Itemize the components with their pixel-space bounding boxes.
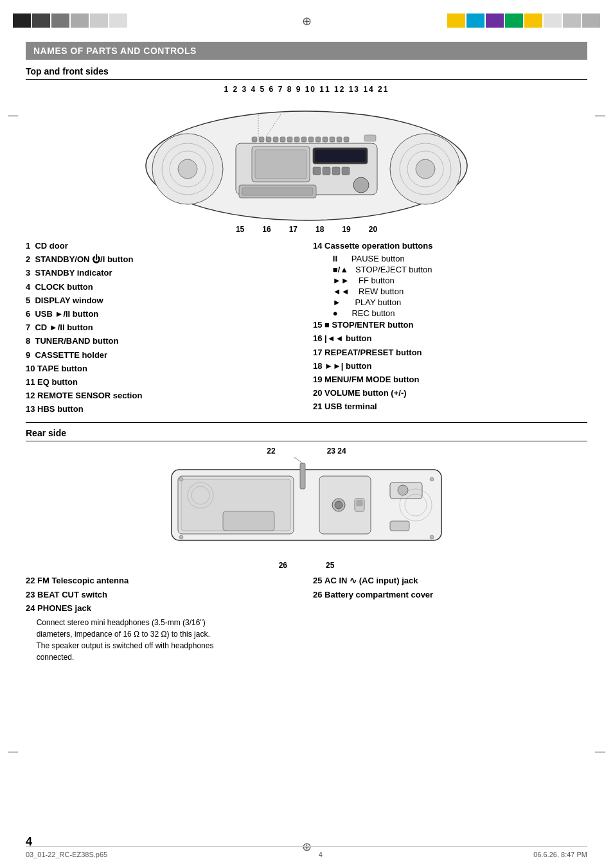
svg-rect-48: [357, 500, 362, 506]
swatch-r7: [563, 13, 581, 28]
svg-rect-29: [308, 137, 314, 142]
swatch-1: [13, 13, 31, 28]
part-2: 2 STANDBY/ON ⏻/I button: [26, 254, 300, 265]
svg-point-59: [430, 535, 434, 539]
part-16: 16 |◄◄ button: [313, 333, 587, 344]
part-19: 19 MENU/FM MODE button: [313, 374, 587, 385]
part-22: 22 FM Telescopic antenna: [26, 575, 300, 587]
part-13: 13 HBS button: [26, 403, 300, 415]
swatch-6: [109, 13, 127, 28]
rear-col-left: 22 FM Telescopic antenna 23 BEAT CUT swi…: [26, 575, 300, 663]
cassette-pause: II PAUSE button: [326, 254, 587, 263]
svg-rect-22: [259, 137, 264, 142]
svg-point-46: [335, 501, 342, 509]
svg-rect-15: [323, 167, 330, 175]
rear-bottom-numbers: 26 25: [279, 561, 335, 570]
crosshair-top: ⊕: [302, 14, 312, 28]
swatch-r6: [544, 13, 562, 28]
rear-top-numbers: 22 23 24: [267, 447, 346, 456]
svg-point-56: [179, 477, 183, 481]
svg-point-4: [178, 159, 197, 179]
svg-rect-33: [337, 137, 342, 142]
svg-rect-26: [287, 137, 292, 142]
svg-rect-16: [332, 167, 340, 175]
svg-line-43: [294, 457, 303, 463]
part-26: 26 Battery compartment cover: [313, 589, 587, 601]
svg-rect-41: [223, 511, 274, 531]
cassette-stop-eject: ■/▲ STOP/EJECT button: [326, 265, 587, 274]
reg-mark-left-bottom: [8, 752, 18, 752]
footer: 03_01-22_RC-EZ38S.p65 4 06.6.26, 8:47 PM: [26, 846, 587, 858]
svg-point-57: [430, 477, 434, 481]
part-8: 8 TUNER/BAND button: [26, 335, 300, 347]
part-14: 14 Cassette operation buttons: [313, 240, 587, 252]
svg-rect-55: [390, 521, 409, 531]
reg-mark-right-top: [595, 116, 605, 116]
swatch-5: [90, 13, 108, 28]
part-1: 1 CD door: [26, 240, 300, 252]
svg-rect-21: [252, 137, 257, 142]
rear-parts-list: 22 FM Telescopic antenna 23 BEAT CUT swi…: [26, 575, 587, 663]
svg-rect-28: [301, 137, 306, 142]
svg-rect-31: [323, 137, 328, 142]
svg-rect-24: [273, 137, 278, 142]
part-25: 25 AC IN ∿ (AC input) jack: [313, 575, 587, 587]
front-diagram: 1 2 3 4 5 6 7 8 9 10 11 12 13 14 21: [26, 85, 587, 234]
svg-point-8: [416, 159, 435, 179]
subsection-title-front: Top and front sides: [26, 66, 587, 80]
svg-rect-19: [242, 188, 313, 195]
rear-col-right: 25 AC IN ∿ (AC input) jack 26 Battery co…: [313, 575, 587, 663]
svg-rect-34: [344, 137, 349, 142]
svg-rect-42: [300, 463, 305, 489]
swatch-2: [32, 13, 50, 28]
parts-col-left: 1 CD door 2 STANDBY/ON ⏻/I button 3 STAN…: [26, 240, 300, 417]
part-21: 21 USB terminal: [313, 401, 587, 412]
swatch-4: [71, 13, 89, 28]
phones-note: Connect stereo mini headphones (3.5-mm (…: [26, 617, 300, 663]
footer-left: 03_01-22_RC-EZ38S.p65: [26, 851, 107, 858]
svg-rect-32: [330, 137, 335, 142]
section-title: NAMES OF PARTS AND CONTROLS: [33, 46, 197, 56]
cassette-ff: ►► FF button: [326, 276, 587, 285]
svg-point-20: [353, 177, 369, 193]
color-bar-left: [13, 13, 127, 28]
front-device-svg: [139, 95, 474, 224]
subsection-title-rear: Rear side: [26, 428, 587, 441]
svg-rect-27: [294, 137, 299, 142]
parts-list: 1 CD door 2 STANDBY/ON ⏻/I button 3 STAN…: [26, 240, 587, 417]
reg-mark-right-bottom: [595, 752, 605, 752]
color-bar-right: [447, 13, 600, 28]
cassette-rec: ● REC button: [326, 308, 587, 318]
part-18: 18 ►►| button: [313, 360, 587, 372]
cassette-play: ► PLAY button: [326, 297, 587, 307]
cassette-subitems: II PAUSE button ■/▲ STOP/EJECT button ►►…: [326, 254, 587, 318]
footer-right: 06.6.26, 8:47 PM: [533, 851, 587, 858]
parts-col-right: 14 Cassette operation buttons II PAUSE b…: [313, 240, 587, 417]
svg-rect-17: [342, 167, 350, 175]
swatch-r2: [466, 13, 484, 28]
svg-rect-11: [255, 150, 306, 179]
swatch-3: [51, 13, 69, 28]
part-11: 11 EQ button: [26, 376, 300, 388]
part-5: 5 DISPLAY window: [26, 295, 300, 306]
part-20: 20 VOLUME button (+/-): [313, 387, 587, 399]
footer-center: 4: [319, 851, 323, 858]
part-15: 15 ■ STOP/ENTER button: [313, 319, 587, 331]
main-content: NAMES OF PARTS AND CONTROLS Top and fron…: [26, 42, 587, 829]
part-24: 24 PHONES jack: [26, 603, 300, 614]
swatch-r4: [505, 13, 523, 28]
swatch-r1: [447, 13, 465, 28]
svg-rect-14: [313, 167, 321, 175]
top-part-numbers: 1 2 3 4 5 6 7 8 9 10 11 12 13 14 21: [224, 85, 389, 94]
swatch-r8: [582, 13, 600, 28]
part-6: 6 USB ►/II button: [26, 308, 300, 320]
reg-mark-left-top: [8, 116, 18, 116]
svg-rect-35: [364, 135, 376, 141]
divider-1: [26, 422, 587, 423]
svg-rect-23: [266, 137, 271, 142]
svg-rect-25: [280, 137, 285, 142]
rear-device-svg: [159, 457, 454, 560]
part-9: 9 CASSETTE holder: [26, 350, 300, 361]
swatch-r3: [486, 13, 504, 28]
part-4: 4 CLOCK button: [26, 281, 300, 293]
